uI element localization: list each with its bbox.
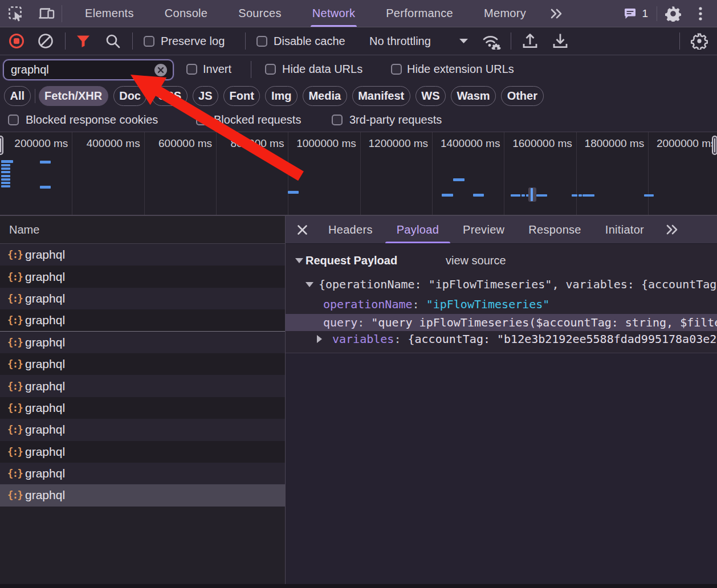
request-name: graphql [25,313,65,327]
request-row[interactable]: {:}graphql [0,375,285,397]
overview-left-handle[interactable] [0,136,3,155]
invert-checkbox[interactable] [186,55,197,83]
type-filter-css[interactable]: CSS [152,86,187,106]
preserve-log-checkbox[interactable] [144,27,154,55]
type-filter-font[interactable]: Font [223,86,260,106]
payload-tree-row[interactable]: variables: {accountTag: "b12e3b2192ee558… [286,330,717,348]
settings-button[interactable] [657,0,689,27]
payload-tree-row[interactable]: operationName: "ipFlowTimeseries" [286,296,717,313]
type-filter-doc[interactable]: Doc [113,86,147,106]
hide-extension-urls-checkbox[interactable] [391,55,402,83]
payload-tree-row[interactable]: query: "query ipFlowTimeseries($accountT… [286,314,717,331]
request-row[interactable]: {:}graphql [0,441,285,463]
tab-elements[interactable]: Elements [70,0,149,27]
more-detail-tabs-button[interactable] [659,223,686,236]
request-name: graphql [25,401,65,415]
waterfall-bar [1,185,10,187]
import-har-button[interactable] [522,27,539,55]
tab-memory[interactable]: Memory [469,0,541,27]
request-row[interactable]: {:}graphql [0,419,285,440]
record-stop-icon [9,33,25,49]
hide-data-urls-checkbox[interactable] [265,55,276,83]
inspect-cursor-icon [8,6,24,22]
tab-performance[interactable]: Performance [370,0,469,27]
request-row[interactable]: {:}graphql [0,463,285,484]
fetch-xhr-icon: {:} [7,446,21,458]
network-overview-timeline[interactable]: 200000 ms400000 ms600000 ms800000 ms1000… [0,132,717,216]
column-header-name[interactable]: Name [0,216,285,244]
hide-data-urls-label[interactable]: Hide data URLs [282,55,362,83]
detail-tab-payload[interactable]: Payload [385,216,451,243]
search-button[interactable] [105,27,121,55]
tab-network[interactable]: Network [297,0,370,27]
throttling-dropdown-caret[interactable] [459,27,469,55]
type-filter-manifest[interactable]: Manifest [352,86,410,106]
timeline-gridline [504,132,504,215]
payload-colon: : [394,332,408,346]
request-row[interactable]: {:}graphql [0,397,285,419]
payload-tree-row[interactable]: {operationName: "ipFlowTimeseries", vari… [286,276,717,293]
console-messages-button[interactable] [621,0,638,27]
request-row[interactable]: {:}graphql [0,309,285,331]
network-settings-button[interactable] [691,27,708,55]
type-filter-ws[interactable]: WS [415,86,446,106]
type-filter-media[interactable]: Media [303,86,347,106]
device-toolbar-button[interactable] [32,0,62,27]
preserve-log-label[interactable]: Preserve log [161,27,225,55]
type-filter-js[interactable]: JS [193,86,218,106]
more-options-button[interactable] [689,0,712,27]
blocked-response-cookies-checkbox[interactable]: Blocked response cookies [8,108,158,132]
type-filter-other[interactable]: Other [501,86,543,106]
detail-tab-response[interactable]: Response [516,216,593,243]
filter-input[interactable]: graphql [3,59,174,80]
request-row[interactable]: {:}graphql [0,288,285,309]
record-network-log-button[interactable] [9,27,25,55]
request-name: graphql [25,336,65,349]
disable-cache-checkbox[interactable] [256,27,267,55]
detail-tab-headers[interactable]: Headers [316,216,385,243]
inspect-element-button[interactable] [0,0,32,27]
request-payload-section-header[interactable]: Request Payload view source [286,251,717,270]
more-tabs-button[interactable] [543,0,571,27]
network-conditions-button[interactable] [482,27,501,55]
window-bottom-edge [0,584,717,588]
hide-extension-urls-label[interactable]: Hide extension URLs [407,55,514,83]
third-party-requests-checkbox[interactable]: 3rd-party requests [332,108,442,132]
filter-toggle-button[interactable] [76,27,91,55]
type-filter-fetch-xhr[interactable]: Fetch/XHR [39,86,108,106]
request-row[interactable]: {:}graphql [0,332,285,353]
request-name: graphql [25,379,65,393]
request-row[interactable]: {:}graphql [0,266,285,287]
filter-clear-button[interactable] [154,64,167,76]
waterfall-bar [288,191,299,194]
tab-console[interactable]: Console [149,0,223,27]
resource-type-filters: AllFetch/XHRDocCSSJSFontImgMediaManifest… [0,83,717,108]
toolbar-separator [132,32,133,50]
close-details-button[interactable] [291,216,313,243]
type-filter-wasm[interactable]: Wasm [451,86,496,106]
blocked-requests-checkbox[interactable]: Blocked requests [196,108,301,132]
checkbox-icon [256,36,267,47]
throttling-select[interactable]: No throttling [369,27,431,55]
type-filter-all[interactable]: All [4,86,31,106]
detail-tab-initiator[interactable]: Initiator [593,216,656,243]
timeline-tick-label: 2000000 ms [657,137,716,150]
request-row[interactable]: {:}graphql [0,484,285,506]
request-row[interactable]: {:}graphql [0,353,285,375]
tab-sources[interactable]: Sources [223,0,296,27]
detail-tab-preview[interactable]: Preview [451,216,516,243]
waterfall-bar [522,194,525,197]
timeline-gridline [216,132,217,215]
checkbox-icon [332,115,343,125]
disable-cache-label[interactable]: Disable cache [274,27,345,55]
section-separator [286,353,717,353]
request-row[interactable]: {:}graphql [0,244,285,266]
overview-right-handle[interactable] [712,136,717,155]
request-list-panel: Name {:}graphql{:}graphql{:}graphql{:}gr… [0,216,286,584]
type-filter-img[interactable]: Img [265,86,298,106]
export-har-button[interactable] [552,27,569,55]
clear-network-log-button[interactable] [38,27,54,55]
invert-label[interactable]: Invert [203,55,231,83]
view-source-link[interactable]: view source [446,254,506,267]
object-preview-text: {operationName: "ipFlowTimeseries", vari… [319,277,716,291]
